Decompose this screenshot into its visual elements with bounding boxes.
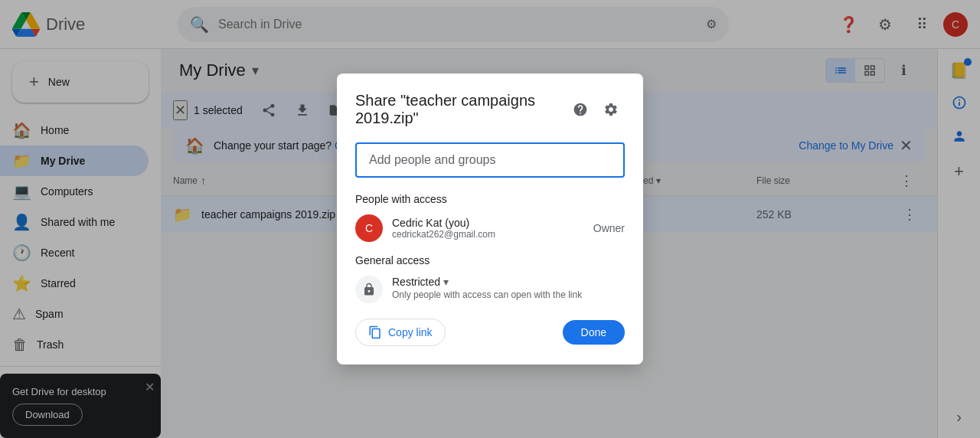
modal-title: Share "teacher campaigns 2019.zip" <box>355 92 567 127</box>
people-section-title: People with access <box>355 193 625 205</box>
person-avatar: C <box>355 214 383 242</box>
modal-help-button[interactable] <box>567 96 594 123</box>
access-description: Only people with access can open with th… <box>392 289 625 300</box>
access-dropdown-icon[interactable]: ▾ <box>443 276 449 288</box>
person-role: Owner <box>593 222 625 234</box>
access-info: Restricted ▾ Only people with access can… <box>392 276 625 300</box>
done-button[interactable]: Done <box>563 320 625 345</box>
share-modal: Share "teacher campaigns 2019.zip" Peopl… <box>337 74 643 364</box>
access-type[interactable]: Restricted ▾ <box>392 276 625 288</box>
person-email: cedrickat262@gmail.com <box>392 229 584 240</box>
general-access-title: General access <box>355 254 625 266</box>
person-row: C Cedric Kat (you) cedrickat262@gmail.co… <box>355 214 625 242</box>
modal-header: Share "teacher campaigns 2019.zip" <box>355 92 625 127</box>
general-access-row: Restricted ▾ Only people with access can… <box>355 276 625 303</box>
person-info: Cedric Kat (you) cedrickat262@gmail.com <box>392 217 584 240</box>
modal-settings-button[interactable] <box>597 96 625 123</box>
copy-link-label: Copy link <box>388 326 433 338</box>
share-overlay[interactable]: Share "teacher campaigns 2019.zip" Peopl… <box>0 0 980 438</box>
lock-icon <box>355 276 383 303</box>
modal-header-actions <box>567 96 625 123</box>
modal-footer: Copy link Done <box>355 319 625 346</box>
copy-link-button[interactable]: Copy link <box>355 319 446 346</box>
share-input-wrapper[interactable] <box>355 142 625 178</box>
add-people-input[interactable] <box>369 153 611 167</box>
person-name: Cedric Kat (you) <box>392 217 584 229</box>
